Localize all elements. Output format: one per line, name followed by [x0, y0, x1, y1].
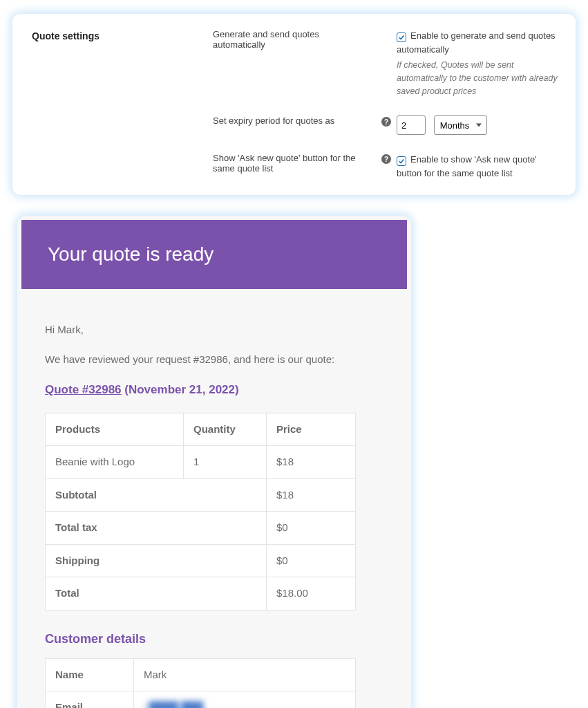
- table-row: Beanie with Logo 1 $18: [46, 446, 356, 479]
- setting-generate-checkbox-label[interactable]: Enable to generate and send quotes autom…: [397, 30, 556, 55]
- setting-asknew-label: Show 'Ask new quote' button for the same…: [213, 153, 380, 174]
- table-row-total: Total $18.00: [46, 577, 356, 611]
- setting-generate-row: Generate and send quotes automatically E…: [213, 29, 562, 97]
- customer-email-blurred: i ████ ███: [144, 701, 203, 708]
- setting-expiry-row: Set expiry period for quotes as ? Months: [213, 115, 562, 135]
- col-products: Products: [46, 413, 184, 446]
- table-row-tax: Total tax $0: [46, 512, 356, 545]
- email-heading: Your quote is ready: [21, 220, 407, 289]
- setting-expiry-label: Set expiry period for quotes as: [213, 115, 380, 126]
- setting-generate-label: Generate and send quotes automatically: [213, 29, 380, 50]
- table-row: Name Mark: [46, 658, 356, 691]
- quote-email-preview: Your quote is ready Hi Mark, We have rev…: [17, 216, 411, 708]
- expiry-value-input[interactable]: [397, 115, 426, 135]
- customer-details-table: Name Mark Email i ████ ███: [45, 658, 356, 708]
- quote-settings-panel: Quote settings Generate and send quotes …: [12, 14, 576, 195]
- setting-generate-hint: If checked, Quotes will be sent automati…: [397, 59, 562, 97]
- table-row: Email i ████ ███: [46, 691, 356, 708]
- setting-asknew-row: Show 'Ask new quote' button for the same…: [213, 153, 562, 180]
- customer-details-heading: Customer details: [45, 630, 383, 649]
- checkbox-icon[interactable]: [397, 32, 406, 42]
- table-row-shipping: Shipping $0: [46, 544, 356, 577]
- col-quantity: Quantity: [184, 413, 267, 446]
- checkbox-icon[interactable]: [397, 156, 406, 166]
- col-price: Price: [267, 413, 356, 446]
- email-greeting: Hi Mark,: [45, 322, 383, 338]
- table-row-subtotal: Subtotal $18: [46, 478, 356, 512]
- quote-products-table: Products Quantity Price Beanie with Logo…: [45, 413, 356, 611]
- settings-section-title: Quote settings: [32, 29, 213, 41]
- help-icon[interactable]: ?: [381, 117, 391, 127]
- email-intro: We have reviewed your request #32986, an…: [45, 352, 383, 368]
- help-icon[interactable]: ?: [381, 154, 391, 164]
- quote-date: (November 21, 2022): [124, 383, 238, 396]
- quote-link[interactable]: Quote #32986: [45, 383, 122, 396]
- expiry-unit-select[interactable]: Months: [434, 115, 487, 135]
- setting-asknew-checkbox-label[interactable]: Enable to show 'Ask new quote' button fo…: [397, 154, 537, 178]
